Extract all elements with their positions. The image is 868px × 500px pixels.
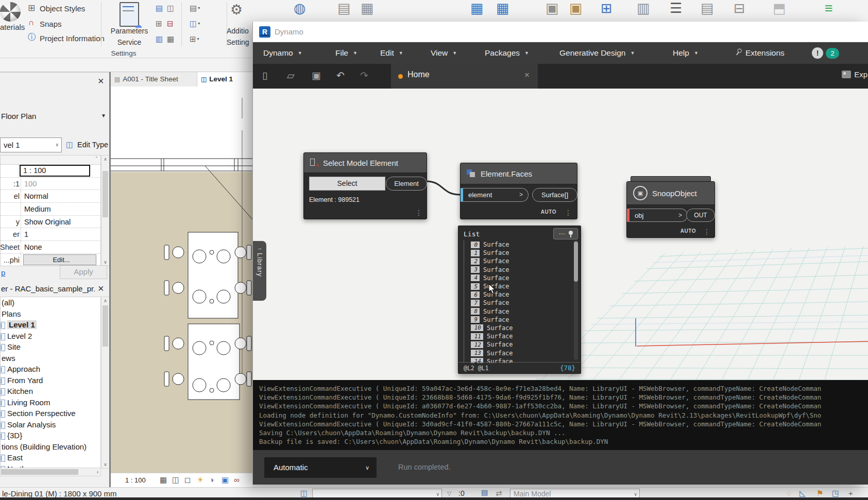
- dynamo-canvas[interactable]: → Library Select Model Element Select El…: [253, 89, 868, 380]
- browser-horizontal-scrollbar[interactable]: ›: [0, 468, 101, 476]
- list-item[interactable]: 5Surface: [471, 282, 565, 290]
- list-item[interactable]: 4Surface: [471, 274, 565, 282]
- list-item[interactable]: 8Surface: [471, 307, 565, 316]
- pin-icon[interactable]: [569, 231, 573, 237]
- collapse-icon[interactable]: ˆ: [96, 157, 97, 162]
- property-value[interactable]: 1 : 100: [20, 165, 90, 177]
- floor-plan-view[interactable]: [111, 87, 252, 473]
- structural-settings-icon[interactable]: ▤▾: [190, 4, 200, 12]
- preview-bubble[interactable]: List ⋯ 0Surface1Surface2Surface3Surface4…: [458, 226, 581, 374]
- detail-level-icon[interactable]: ◫: [172, 476, 179, 484]
- menu-dynamo[interactable]: Dynamo▼: [263, 42, 302, 64]
- exchange-icon[interactable]: ⇄: [496, 489, 502, 497]
- redo-icon[interactable]: ↷: [360, 71, 368, 80]
- select-button[interactable]: Select: [309, 177, 385, 191]
- property-value[interactable]: 100: [21, 180, 100, 188]
- list-levels-label[interactable]: @L2 @L1: [464, 365, 488, 372]
- scroll-down-icon[interactable]: ∨: [101, 462, 109, 467]
- panel-icon[interactable]: ▥: [637, 2, 650, 15]
- list-item[interactable]: 9Surface: [471, 316, 565, 324]
- property-row[interactable]: er1: [1, 228, 100, 241]
- worksets-icon[interactable]: ◫: [300, 489, 308, 497]
- output-port-element[interactable]: Element: [386, 177, 427, 191]
- node-snoop-object[interactable]: ▣ SnoopObject obj > OUT AUTO ⋮: [626, 176, 715, 238]
- property-row[interactable]: Medium: [1, 203, 100, 216]
- panel-schedule-templates-icon[interactable]: ⊞▾: [190, 35, 199, 43]
- output-port-out[interactable]: OUT: [686, 209, 715, 222]
- scroll-up-icon[interactable]: ∧: [101, 157, 109, 162]
- scroll-right-icon[interactable]: ›: [97, 469, 98, 475]
- list-item[interactable]: 1Surface: [471, 249, 565, 257]
- select-by-face-icon[interactable]: ◳: [832, 489, 839, 497]
- select-pinned-icon[interactable]: ⚑: [816, 489, 823, 497]
- property-row[interactable]: 1 : 100: [1, 165, 100, 178]
- list-item[interactable]: 11Surface: [471, 332, 565, 340]
- snaps-button[interactable]: Snaps: [40, 20, 62, 28]
- list-item[interactable]: 2Surface: [471, 257, 565, 265]
- materials-icon[interactable]: [0, 2, 21, 22]
- tab-level-1[interactable]: ◫Level 1: [197, 72, 252, 87]
- list-item[interactable]: 0Surface: [471, 240, 565, 249]
- type-selector[interactable]: vel 1 ∨: [0, 137, 62, 152]
- menu-extensions[interactable]: Extensions: [736, 42, 785, 64]
- notifications-warning-icon[interactable]: !: [812, 47, 823, 59]
- menu-packages[interactable]: Packages▼: [485, 42, 529, 64]
- new-sheet-icon[interactable]: ▤: [337, 2, 351, 15]
- additional-settings-icon[interactable]: ⚙: [230, 3, 243, 17]
- clipboard-icon[interactable]: ▣: [569, 2, 583, 15]
- node-select-model-element[interactable]: Select Model Element Select Element Elem…: [303, 152, 427, 219]
- node-options-icon[interactable]: ⋮: [565, 209, 572, 217]
- parameters-service-icon[interactable]: ☁: [120, 2, 139, 27]
- lacing-label[interactable]: AUTO: [541, 209, 556, 215]
- schedule-grid-icon-2[interactable]: ▦: [496, 2, 509, 15]
- close-icon[interactable]: ×: [98, 283, 104, 294]
- additional-settings-label2[interactable]: Setting: [227, 38, 252, 46]
- edit-type-icon[interactable]: ◫: [66, 140, 73, 149]
- schedule-icon[interactable]: ⊞: [601, 2, 612, 15]
- list-item[interactable]: 3Surface: [471, 266, 565, 274]
- scroll-down-icon[interactable]: ∨: [101, 260, 109, 265]
- more-icon[interactable]: ⋯: [559, 230, 565, 237]
- calculator-icon[interactable]: ⊟: [734, 2, 745, 15]
- input-port-element[interactable]: element >: [461, 188, 529, 202]
- box-3d-icon[interactable]: ⬒: [773, 2, 786, 15]
- view-scale-button[interactable]: 1 : 100: [125, 476, 146, 484]
- menu-generative-design[interactable]: Generative Design▼: [559, 42, 635, 64]
- property-row[interactable]: SheetNone: [1, 241, 100, 254]
- drag-on-selection-icon[interactable]: +: [848, 489, 853, 497]
- global-parameters-icon[interactable]: ▥: [156, 35, 163, 43]
- node-options-icon[interactable]: ⋮: [703, 228, 710, 236]
- new-file-icon[interactable]: ▯: [262, 71, 267, 80]
- edit-type-button[interactable]: Edit Type: [77, 141, 108, 149]
- editable-only-icon[interactable]: ▤: [481, 489, 488, 496]
- list-item[interactable]: 12Surface: [471, 340, 565, 349]
- menu-file[interactable]: File▼: [335, 42, 358, 64]
- shared-parameters-icon[interactable]: ⊞: [156, 20, 162, 27]
- export-workspace-button[interactable]: Exp: [842, 70, 867, 79]
- list-item[interactable]: 7Surface: [471, 299, 565, 307]
- bubble-scrollbar[interactable]: [574, 240, 578, 360]
- menu-help[interactable]: Help▼: [673, 42, 699, 64]
- snaps-icon[interactable]: ∩: [28, 19, 35, 27]
- parameters-service-button[interactable]: Parameters: [106, 27, 153, 35]
- additional-settings-button[interactable]: Additio: [227, 27, 252, 35]
- list-item[interactable]: 13Surface: [471, 349, 565, 357]
- node-element-faces[interactable]: Element.Faces element > Surface[] AUTO ⋮: [460, 163, 577, 219]
- materials-button[interactable]: aterials: [0, 23, 25, 31]
- reveal-hidden-icon[interactable]: ∞: [234, 476, 240, 484]
- sun-icon[interactable]: ☀: [197, 476, 203, 484]
- input-port-obj[interactable]: obj >: [627, 209, 688, 222]
- run-mode-dropdown[interactable]: Automatic ∨: [264, 457, 377, 478]
- shadows-icon[interactable]: ◑: [209, 476, 214, 484]
- image-icon[interactable]: ▦: [361, 2, 374, 15]
- project-information-button[interactable]: Project Information: [40, 34, 105, 43]
- properties-help-link[interactable]: p: [1, 268, 5, 277]
- compass-icon[interactable]: ◍: [294, 2, 306, 15]
- open-file-icon[interactable]: ▱: [287, 71, 295, 80]
- project-units-icon[interactable]: ▦: [167, 35, 174, 43]
- select-underlay-icon[interactable]: ◺: [799, 489, 806, 497]
- undo-icon[interactable]: ↶: [336, 71, 345, 80]
- property-row[interactable]: elNormal: [1, 190, 100, 203]
- object-styles-button[interactable]: Object Styles: [40, 4, 85, 13]
- chevron-down-icon[interactable]: ▼: [101, 113, 106, 118]
